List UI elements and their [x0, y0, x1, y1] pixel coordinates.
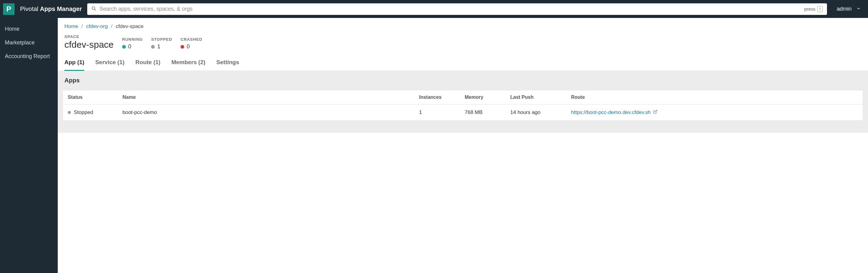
running-dot-icon [122, 45, 126, 49]
svg-line-1 [95, 9, 96, 10]
space-header: SPACE cfdev-space RUNNING 0 STOPPED 1 CR… [58, 33, 868, 56]
stat-stopped-value: 1 [157, 43, 160, 50]
col-name: Name [118, 90, 414, 104]
user-name: admin [837, 6, 851, 12]
tabs: App (1) Service (1) Route (1) Members (2… [58, 56, 868, 71]
route-link[interactable]: https://boot-pcc-demo.dev.cfdev.sh [571, 110, 657, 116]
search-bar[interactable]: press / [87, 3, 827, 15]
main-content: Home / cfdev-org / cfdev-space SPACE cfd… [58, 18, 868, 273]
breadcrumb-separator: / [109, 23, 114, 29]
brand-bold: Apps Manager [40, 5, 82, 12]
space-label: SPACE [64, 34, 114, 39]
table-row[interactable]: Stopped boot-pcc-demo 1 768 MB 14 hours … [63, 104, 863, 120]
topbar: P Pivotal Apps Manager press / admin [0, 0, 868, 18]
tab-route[interactable]: Route (1) [135, 56, 160, 71]
breadcrumb-separator: / [80, 23, 85, 29]
brand-prefix: Pivotal [20, 5, 40, 12]
stat-stopped-label: STOPPED [151, 37, 172, 42]
stat-crashed-label: CRASHED [181, 37, 202, 42]
col-memory: Memory [460, 90, 505, 104]
cell-route: https://boot-pcc-demo.dev.cfdev.sh [566, 104, 863, 120]
col-instances: Instances [414, 90, 460, 104]
cell-status: Stopped [63, 104, 118, 120]
cell-status-text: Stopped [74, 110, 93, 116]
col-status: Status [63, 90, 118, 104]
stat-crashed-value: 0 [187, 43, 190, 50]
stat-running: RUNNING 0 [122, 37, 143, 50]
route-link-text: https://boot-pcc-demo.dev.cfdev.sh [571, 110, 651, 116]
col-route: Route [566, 90, 863, 104]
stat-crashed: CRASHED 0 [181, 37, 202, 50]
apps-table: Status Name Instances Memory Last Push R… [63, 90, 863, 121]
stat-stopped: STOPPED 1 [151, 37, 172, 50]
search-input[interactable] [99, 6, 801, 12]
apps-table-header: Status Name Instances Memory Last Push R… [63, 90, 863, 104]
cell-name: boot-pcc-demo [118, 104, 414, 120]
apps-section: Apps Status Name Instances Memory Last P… [58, 71, 868, 133]
crashed-dot-icon [181, 45, 184, 49]
breadcrumb: Home / cfdev-org / cfdev-space [58, 18, 868, 33]
sidebar-item-home[interactable]: Home [0, 22, 58, 36]
external-link-icon [653, 110, 657, 116]
logo: P [3, 3, 14, 15]
chevron-down-icon [857, 6, 861, 12]
status-dot-icon [68, 111, 71, 114]
cell-last-push: 14 hours ago [505, 104, 566, 120]
sidebar-item-accounting-report[interactable]: Accounting Report [0, 50, 58, 63]
search-shortcut-hint: press / [804, 6, 823, 12]
search-icon [91, 6, 96, 12]
brand-title: Pivotal Apps Manager [20, 5, 82, 12]
sidebar: Home Marketplace Accounting Report [0, 18, 58, 273]
col-last-push: Last Push [505, 90, 566, 104]
press-label: press [804, 6, 815, 11]
stat-running-value: 0 [128, 43, 131, 50]
breadcrumb-current: cfdev-space [116, 23, 144, 29]
press-key: / [817, 6, 823, 12]
cell-instances: 1 [414, 104, 460, 120]
svg-point-0 [92, 7, 95, 9]
apps-section-title: Apps [63, 71, 863, 90]
svg-line-2 [655, 110, 657, 112]
breadcrumb-home[interactable]: Home [64, 23, 78, 29]
user-menu[interactable]: admin [832, 6, 861, 12]
tab-settings[interactable]: Settings [216, 56, 239, 71]
tab-members[interactable]: Members (2) [172, 56, 206, 71]
tab-service[interactable]: Service (1) [95, 56, 124, 71]
breadcrumb-org[interactable]: cfdev-org [86, 23, 108, 29]
sidebar-item-marketplace[interactable]: Marketplace [0, 36, 58, 50]
space-title-block: SPACE cfdev-space [64, 34, 114, 50]
cell-memory: 768 MB [460, 104, 505, 120]
tab-app[interactable]: App (1) [64, 56, 84, 71]
space-name: cfdev-space [64, 39, 114, 50]
stat-running-label: RUNNING [122, 37, 143, 42]
stopped-dot-icon [151, 45, 155, 49]
